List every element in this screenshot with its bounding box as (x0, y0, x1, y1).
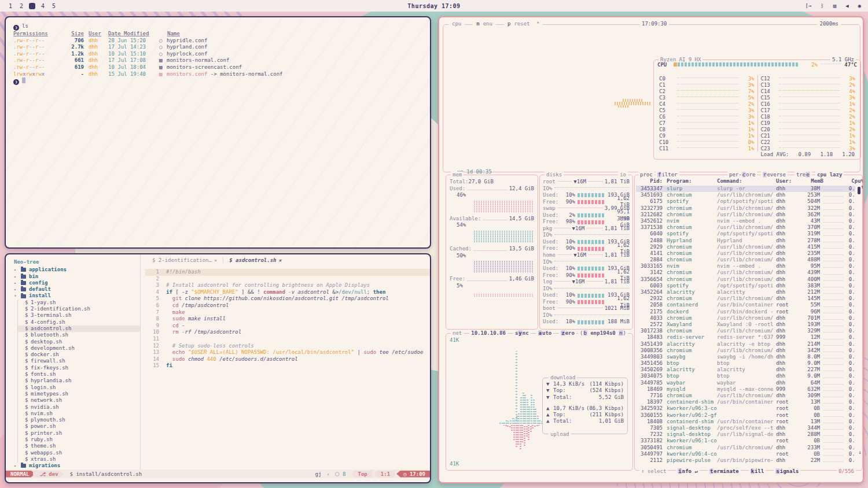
process-row[interactable]: 3450269alacrittyalacrittydhh227M0.0 (636, 367, 855, 373)
process-row[interactable]: 4141chromium/usr/lib/chromium/dhh235M0.0 (636, 250, 855, 257)
tree-file-xtras.sh[interactable]: $xtras.sh (18, 456, 140, 463)
process-row[interactable]: 6040spotify/opt/spotify/spotidhh319M0.2 (636, 231, 855, 237)
tab--2-identification-[interactable]: $ 2-identification…✕ (152, 257, 217, 263)
auto-button[interactable]: auto (536, 330, 554, 336)
per-core-button[interactable]: per-core (727, 172, 757, 178)
process-row[interactable]: 18483redis-serverredis-server *:63799912… (636, 334, 855, 341)
process-row[interactable]: 3017238chromium/usr/lib/chromium/dhh329M… (636, 328, 855, 334)
tree-file-bluetooth.sh[interactable]: $bluetooth.sh (18, 332, 140, 338)
tree-file-printer.sh[interactable]: $printer.sh (18, 430, 140, 437)
process-row[interactable]: 3452612nvimnvim --embed .dhh43M0.0 (636, 218, 855, 224)
process-row[interactable]: 3034075btopbtopdhh9.0M0.0 (636, 373, 855, 379)
sidebar-item-default[interactable]: ▸default (6, 286, 140, 293)
sidebar-item-migrations[interactable]: ▸migrations (6, 463, 140, 469)
process-row[interactable]: 3232739chromium/usr/lib/chromium/dhh322M… (636, 205, 855, 212)
process-row[interactable]: 3453347slurpslurp -ordhh38M0.0 (636, 186, 855, 192)
scrollbar-thumb[interactable] (858, 187, 860, 194)
process-row[interactable]: 7716chromium/usr/lib/chromium/dhh309M0.0 (636, 393, 855, 399)
select-button[interactable]: ↑ select (639, 468, 668, 474)
process-row[interactable]: 4033chromium/usr/lib/chromium/dhh701M0.0 (636, 315, 855, 321)
screencast-icon[interactable]: [→ (805, 3, 811, 9)
process-row[interactable]: 3033165nvimnvim --embed .dhh95M0.0 (636, 263, 855, 269)
scroll-down-icon[interactable]: ↓ (859, 449, 862, 455)
reverse-button[interactable]: reverse (761, 172, 788, 178)
tree-file-1-yay.sh[interactable]: $1-yay.sh (18, 300, 140, 306)
process-row[interactable]: 18469mysqldmysqld --max-conne999632M0.0 (636, 386, 855, 393)
tree-file-login.sh[interactable]: $login.sh (18, 385, 140, 391)
process-row[interactable]: 3425932kworker/u96:3-coroot0B0.0 (636, 405, 855, 412)
tree-file-asdcontrol.sh[interactable]: $asdcontrol.sh (18, 326, 140, 332)
process-row[interactable]: 2058containerd/usr/bin/containerroot55M0… (636, 302, 855, 308)
tree-file-3-terminal.sh[interactable]: $3-terminal.sh (18, 312, 140, 319)
process-row[interactable]: 2112pipewire-pulse/usr/bin/pipewire-dhh2… (636, 457, 855, 464)
sidebar-item-install[interactable]: ▾install (6, 293, 140, 299)
bluetooth-icon[interactable]: ᛒ (821, 3, 823, 9)
sort-selector[interactable]: cpu lazy (815, 172, 844, 178)
workspace-3[interactable]: 3 (29, 3, 35, 9)
reset-button[interactable]: preset * (504, 21, 543, 27)
io-toggle[interactable]: io (618, 172, 628, 178)
process-row[interactable]: 2884chromium/usr/lib/chromium/dhh488M0.0 (636, 257, 855, 263)
workspace-5[interactable]: 5 (50, 2, 57, 10)
record-icon[interactable]: ◉ (858, 3, 861, 9)
process-row[interactable]: 18408containerd-shim/usr/bin/containerro… (636, 419, 855, 425)
process-row[interactable]: 3449785waybarwaybardhh64M0.0 (636, 380, 855, 386)
zero-button[interactable]: zero (559, 330, 576, 336)
tree-file-4-config.sh[interactable]: $4-config.sh (18, 319, 140, 326)
tree-file-development.sh[interactable]: $development.sh (18, 345, 140, 352)
cpu-button[interactable]: cpu (448, 21, 465, 27)
process-row[interactable]: 3008356chromium/usr/lib/chromium/dhh342M… (636, 347, 855, 354)
process-row[interactable]: 7305signal-desktop/proc/self/exe --tdhh3… (636, 425, 855, 431)
process-row[interactable]: 3449803swaybgswaybg -i /home/dhdhh8.0M0.… (636, 354, 855, 360)
tree-file-desktop.sh[interactable]: $desktop.sh (18, 339, 140, 345)
ignals-button[interactable]: signals (774, 468, 800, 474)
process-row[interactable]: 2572XwaylandXwayland :0 -rootldhh193M0.0 (636, 321, 855, 328)
tree-button[interactable]: tree (795, 172, 812, 178)
process-row[interactable]: 2488HyprlandHyprlanddhh278M0.1 (636, 238, 855, 244)
process-row[interactable]: 3451456btopbtopdhh9.0M0.0 (636, 360, 855, 367)
process-row[interactable]: 6003spotify/opt/spotify/spotidhh383M0.0 (636, 283, 855, 289)
tree-file-fonts.sh[interactable]: $fonts.sh (18, 371, 140, 378)
tree-file-power.sh[interactable]: $power.sh (18, 423, 140, 430)
process-row[interactable]: 3212682chromium/usr/lib/chromium/dhh362M… (636, 212, 855, 218)
update-interval[interactable]: 2000ms (817, 21, 841, 27)
process-row[interactable]: 7232signal-desktop/usr/lib/signal-dedhh2… (636, 431, 855, 438)
tree-file-mimetypes.sh[interactable]: $mimetypes.sh (18, 391, 140, 397)
process-row[interactable]: 3452264alacrittyalacrittydhh212M0.0 (636, 289, 855, 295)
sidebar-item-config[interactable]: ▸config (6, 280, 140, 286)
filter-button[interactable]: filter (656, 172, 679, 178)
tree-file-firewall.sh[interactable]: $firewall.sh (18, 358, 140, 364)
tree-file-nvidia.sh[interactable]: $nvidia.sh (18, 404, 140, 411)
process-row[interactable]: 3449797kworker/u96:4-coroot0B0.0 (636, 451, 855, 457)
net-interface[interactable]: ⟨b enp194s0 n⟩ (578, 330, 628, 336)
process-row[interactable]: 3360155kworker/u96:2-gfroot0B0.0 (636, 412, 855, 419)
workspace-4[interactable]: 4 (39, 2, 46, 10)
process-row[interactable]: 3451439alacrittyalacritty -e btopdhh214M… (636, 341, 855, 347)
network-icon[interactable]: ▤ (833, 3, 836, 9)
process-row[interactable]: 3356654chromium/usr/lib/chromium/dhh400M… (636, 276, 855, 283)
nfo-button[interactable]: info ↵ (676, 468, 700, 474)
process-row[interactable]: 18397containerd-shim/usr/bin/containerro… (636, 399, 855, 405)
sidebar-item-bin[interactable]: ▸bin (6, 273, 140, 280)
process-row[interactable]: 3373182kworker/u96:1-coroot0B0.0 (636, 438, 855, 444)
enu-button[interactable]: menu (473, 21, 496, 27)
tree-file-fix-fkeys.sh[interactable]: $fix-fkeys.sh (18, 365, 140, 371)
tree-file-2-identification.sh[interactable]: $2-identification.sh (18, 306, 140, 312)
tree-file-docker.sh[interactable]: $docker.sh (18, 352, 140, 358)
tree-file-network.sh[interactable]: $network.sh (18, 397, 140, 404)
volume-icon[interactable]: ◀ (845, 3, 848, 9)
workspace-2[interactable]: 2 (18, 2, 25, 10)
tree-file-theme.sh[interactable]: $theme.sh (18, 443, 140, 449)
workspace-1[interactable]: 1 (7, 2, 14, 10)
process-row[interactable]: 3451693chromium/usr/lib/chromium/dhh253M… (636, 192, 855, 198)
tree-file-nvim.sh[interactable]: $nvim.sh (18, 411, 140, 417)
ill-button[interactable]: kill (749, 468, 766, 474)
process-row[interactable]: 2929chromium/usr/lib/chromium/dhh415M0.0 (636, 244, 855, 250)
sidebar-item-applications[interactable]: ▸applications (6, 267, 140, 273)
tab--asdcontrol-sh[interactable]: $ asdcontrol.sh✕ (229, 257, 281, 263)
tree-file-ruby.sh[interactable]: $ruby.sh (18, 437, 140, 443)
process-row[interactable]: 2175dockerd/usr/bin/dockerd -root96M0.0 (636, 309, 855, 315)
process-row[interactable]: 3371538chromium/usr/lib/chromium/dhh370M… (636, 224, 855, 231)
tree-file-webapps.sh[interactable]: $webapps.sh (18, 450, 140, 456)
sync-button[interactable]: sync (513, 330, 531, 336)
